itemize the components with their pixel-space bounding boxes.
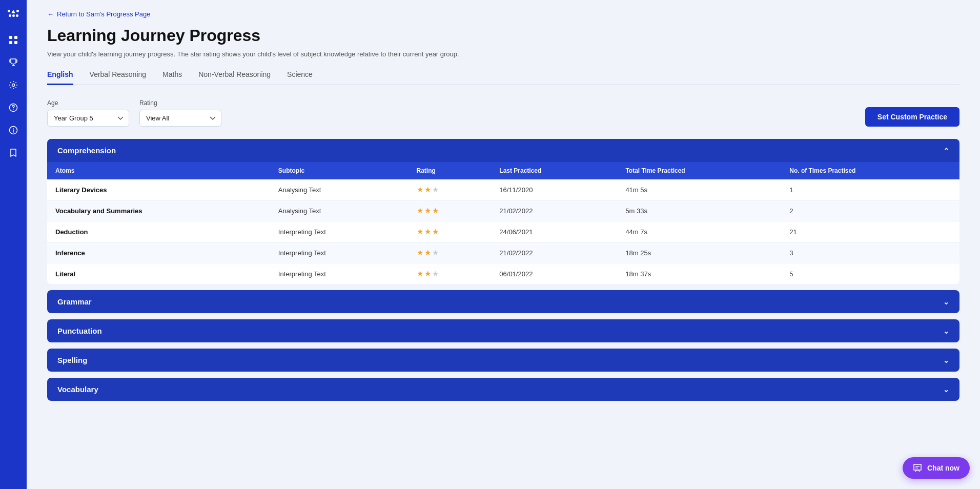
gear-icon[interactable] [4, 76, 23, 94]
question-icon[interactable] [4, 98, 23, 117]
custom-practice-button[interactable]: Set Custom Practice [865, 107, 959, 127]
table-comprehension: AtomsSubtopicRatingLast PracticedTotal T… [47, 162, 959, 284]
sidebar [0, 0, 27, 489]
filled-star-icon: ★ [424, 269, 431, 278]
svg-point-8 [13, 109, 14, 110]
filled-star-icon: ★ [417, 185, 423, 194]
chat-icon [913, 463, 922, 473]
table-row: DeductionInterpreting Text★★★24/06/20214… [47, 221, 959, 242]
chevron-icon-spelling: ⌄ [943, 356, 949, 364]
total-time-cell: 44m 7s [617, 221, 781, 242]
atom-cell: Deduction [47, 221, 270, 242]
col-header-3: Last Practiced [491, 162, 617, 179]
filled-star-icon: ★ [417, 248, 423, 257]
back-link[interactable]: ← Return to Sam's Progress Page [47, 10, 959, 18]
empty-star-icon: ★ [432, 248, 439, 257]
col-header-5: No. of Times Practised [781, 162, 959, 179]
rating-cell: ★★★ [409, 242, 492, 263]
rating-cell: ★★★ [409, 200, 492, 221]
last-practiced-cell: 24/06/2021 [491, 221, 617, 242]
tab-verbal-reasoning[interactable]: Verbal Reasoning [90, 70, 147, 85]
section-title-spelling: Spelling [57, 356, 87, 364]
times-practised-cell: 2 [781, 200, 959, 221]
section-header-comprehension[interactable]: Comprehension⌄ [47, 139, 959, 162]
col-header-0: Atoms [47, 162, 270, 179]
total-time-cell: 18m 37s [617, 263, 781, 284]
age-filter-group: Age Year Group 5 Year Group 4 Year Group… [47, 99, 129, 127]
svg-point-11 [13, 128, 14, 129]
filled-star-icon: ★ [417, 227, 423, 236]
times-practised-cell: 21 [781, 221, 959, 242]
subtopic-cell: Analysing Text [270, 200, 409, 221]
filled-star-icon: ★ [424, 185, 431, 194]
last-practiced-cell: 06/01/2022 [491, 263, 617, 284]
filled-star-icon: ★ [417, 206, 423, 215]
chevron-icon-comprehension: ⌄ [943, 147, 949, 155]
rating-filter-group: Rating View All 1 Star 2 Stars 3 Stars [139, 99, 221, 127]
last-practiced-cell: 16/11/2020 [491, 179, 617, 200]
filled-star-icon: ★ [424, 248, 431, 257]
total-time-cell: 5m 33s [617, 200, 781, 221]
atom-cell: Inference [47, 242, 270, 263]
tab-non-verbal-reasoning[interactable]: Non-Verbal Reasoning [198, 70, 271, 85]
table-row: InferenceInterpreting Text★★★21/02/20221… [47, 242, 959, 263]
section-header-spelling[interactable]: Spelling⌄ [47, 349, 959, 372]
tab-science[interactable]: Science [287, 70, 313, 85]
col-header-2: Rating [409, 162, 492, 179]
section-header-grammar[interactable]: Grammar⌄ [47, 290, 959, 313]
times-practised-cell: 5 [781, 263, 959, 284]
svg-rect-0 [9, 36, 12, 39]
section-header-punctuation[interactable]: Punctuation⌄ [47, 319, 959, 342]
section-title-comprehension: Comprehension [57, 146, 116, 155]
svg-rect-1 [14, 36, 17, 39]
section-grammar: Grammar⌄ [47, 290, 959, 313]
rating-select[interactable]: View All 1 Star 2 Stars 3 Stars [139, 110, 221, 127]
rating-cell: ★★★ [409, 263, 492, 284]
table-row: LiteralInterpreting Text★★★06/01/202218m… [47, 263, 959, 284]
atom-cell: Vocabulary and Summaries [47, 200, 270, 221]
back-link-label: Return to Sam's Progress Page [57, 10, 150, 18]
section-header-vocabulary[interactable]: Vocabulary⌄ [47, 378, 959, 401]
age-select[interactable]: Year Group 5 Year Group 4 Year Group 6 [47, 110, 129, 127]
sections-container: Comprehension⌄AtomsSubtopicRatingLast Pr… [47, 139, 959, 401]
trophy-icon[interactable] [4, 53, 23, 72]
chat-button[interactable]: Chat now [903, 457, 970, 479]
section-title-punctuation: Punctuation [57, 327, 102, 335]
section-spelling: Spelling⌄ [47, 349, 959, 372]
section-title-vocabulary: Vocabulary [57, 385, 98, 394]
chat-label: Chat now [927, 464, 959, 472]
filled-star-icon: ★ [432, 227, 439, 236]
filled-star-icon: ★ [424, 227, 431, 236]
last-practiced-cell: 21/02/2022 [491, 242, 617, 263]
tab-english[interactable]: English [47, 70, 73, 85]
chevron-icon-vocabulary: ⌄ [943, 385, 949, 394]
empty-star-icon: ★ [432, 269, 439, 278]
col-header-4: Total Time Practiced [617, 162, 781, 179]
table-row: Literary DevicesAnalysing Text★★★16/11/2… [47, 179, 959, 200]
age-label: Age [47, 99, 129, 107]
svg-point-6 [12, 84, 15, 87]
total-time-cell: 18m 25s [617, 242, 781, 263]
subtopic-cell: Interpreting Text [270, 221, 409, 242]
empty-star-icon: ★ [432, 185, 439, 194]
section-title-grammar: Grammar [57, 297, 92, 306]
atom-cell: Literal [47, 263, 270, 284]
filled-star-icon: ★ [417, 269, 423, 278]
arrow-left-icon: ← [47, 10, 54, 18]
info-icon[interactable] [4, 121, 23, 139]
total-time-cell: 41m 5s [617, 179, 781, 200]
section-comprehension: Comprehension⌄AtomsSubtopicRatingLast Pr… [47, 139, 959, 284]
grid-icon[interactable] [4, 31, 23, 49]
rating-label: Rating [139, 99, 221, 107]
main-content: ← Return to Sam's Progress Page Learning… [27, 0, 980, 489]
subtopic-cell: Interpreting Text [270, 263, 409, 284]
filters-row: Age Year Group 5 Year Group 4 Year Group… [47, 99, 959, 127]
atom-cell: Literary Devices [47, 179, 270, 200]
svg-rect-2 [9, 41, 12, 44]
chevron-icon-grammar: ⌄ [943, 298, 949, 306]
col-header-1: Subtopic [270, 162, 409, 179]
bookmark-icon[interactable] [4, 144, 23, 162]
page-title: Learning Journey Progress [47, 26, 959, 45]
tab-maths[interactable]: Maths [162, 70, 182, 85]
rating-cell: ★★★ [409, 179, 492, 200]
